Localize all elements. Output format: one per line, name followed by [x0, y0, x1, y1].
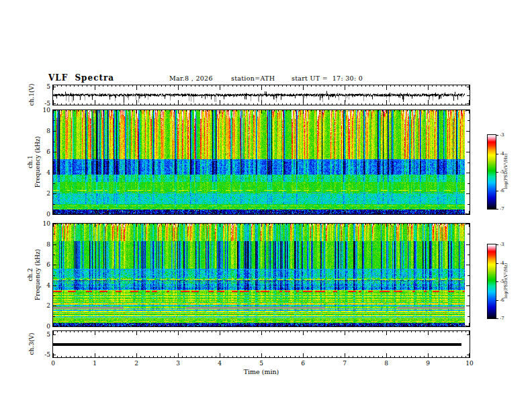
- ch2-label: ch.2: [27, 249, 34, 301]
- colorbar-tick-label: -7: [500, 316, 504, 321]
- colorbar-tick-mark: [496, 300, 498, 301]
- ch1-voltage-axis-label: ch.1(V): [27, 64, 36, 125]
- time-tick-label: 3: [171, 360, 185, 367]
- ch1-wave-tick-label: -5: [29, 100, 50, 107]
- ch1-spec-tick-label: 6: [29, 148, 50, 155]
- time-tick-label: 10: [462, 360, 477, 367]
- colorbar-tick-label: -5: [500, 169, 504, 175]
- time-tick-label: 9: [420, 360, 435, 367]
- time-tick-label: 7: [337, 360, 352, 367]
- ch2-frequency-unit-label: Frequency (kHz): [34, 249, 42, 301]
- colorbar-tick-mark: [496, 154, 498, 154]
- ch2-spec-tick-label: 6: [29, 261, 50, 268]
- colorbar-tick-label: -6: [500, 188, 504, 193]
- colorbar-tick-label: -5: [500, 279, 504, 284]
- ch1-spec-tick-label: 0: [29, 211, 50, 218]
- ch2-spectrogram-plot: [52, 223, 470, 327]
- ch1-wave-tick-label: 5: [29, 83, 50, 90]
- ch1-spectrogram-canvas: [53, 110, 470, 214]
- start-ut-label: start UT = 17: 30: 0: [292, 75, 363, 82]
- colorbar-tick-label: -6: [500, 298, 504, 303]
- ch3-waveform-plot: [52, 330, 470, 358]
- colorbar-tick-label: -3: [500, 242, 504, 247]
- colorbar-tick-mark: [496, 135, 498, 136]
- ch3-wave-tick-label: 5: [29, 331, 50, 338]
- date-label: Mar.8 , 2026: [169, 75, 213, 82]
- ch2-spectrogram-canvas: [53, 224, 470, 326]
- colorbar-tick-mark: [496, 281, 498, 282]
- colorbar-tick-mark: [496, 318, 498, 319]
- ch2-spec-tick-label: 10: [29, 220, 50, 227]
- colorbar-tick-mark: [496, 209, 498, 210]
- ch2-spec-tick-label: 4: [29, 282, 50, 289]
- colorbar-tick-label: -3: [500, 132, 504, 138]
- time-tick-label: 0: [46, 360, 60, 367]
- ch1-spec-tick-label: 2: [29, 190, 50, 197]
- ch1-spectrogram-plot: [52, 109, 470, 215]
- time-tick-label: 6: [296, 360, 310, 367]
- time-tick-label: 5: [254, 360, 269, 367]
- colorbar-tick-label: -4: [500, 261, 504, 266]
- ch3-wave-tick-label: -5: [29, 351, 50, 358]
- station-label: station=ATH: [231, 75, 275, 82]
- colorbar-tick-mark: [496, 244, 498, 245]
- colorbar-tick-mark: [496, 191, 498, 191]
- colorbar-ch2-canvas: [488, 244, 496, 318]
- colorbar-ch1-canvas: [488, 135, 496, 209]
- time-tick-label: 2: [129, 360, 144, 367]
- ch1-label: ch.1: [27, 136, 34, 188]
- ch1-waveform-canvas: [53, 85, 470, 105]
- ch1-spec-tick-label: 10: [29, 107, 50, 113]
- colorbar-ch2: [487, 244, 496, 319]
- ch2-spec-tick-label: 0: [29, 323, 50, 330]
- colorbar-ch1: [487, 134, 496, 210]
- time-tick-label: 1: [87, 360, 102, 367]
- time-tick-label: 8: [379, 360, 394, 367]
- ch2-spec-tick-label: 8: [29, 241, 50, 248]
- ch1-waveform-plot: [52, 85, 470, 105]
- time-tick-label: 4: [212, 360, 227, 367]
- ch1-spec-tick-label: 8: [29, 128, 50, 134]
- ch1-spec-tick-label: 4: [29, 169, 50, 176]
- colorbar-tick-mark: [496, 172, 498, 173]
- figure-title: VLF Spectra: [48, 73, 114, 83]
- colorbar-tick-label: -4: [500, 151, 504, 156]
- ch1-frequency-unit-label: Frequency (kHz): [34, 136, 42, 188]
- time-axis-label: Time (min): [228, 368, 295, 375]
- ch2-spec-tick-label: 2: [29, 302, 50, 309]
- colorbar-tick-mark: [496, 263, 498, 264]
- ch3-waveform-canvas: [53, 331, 470, 357]
- vlf-spectra-figure: VLF Spectra Mar.8 , 2026 station=ATH sta…: [0, 0, 532, 411]
- colorbar-tick-label: -7: [500, 206, 504, 212]
